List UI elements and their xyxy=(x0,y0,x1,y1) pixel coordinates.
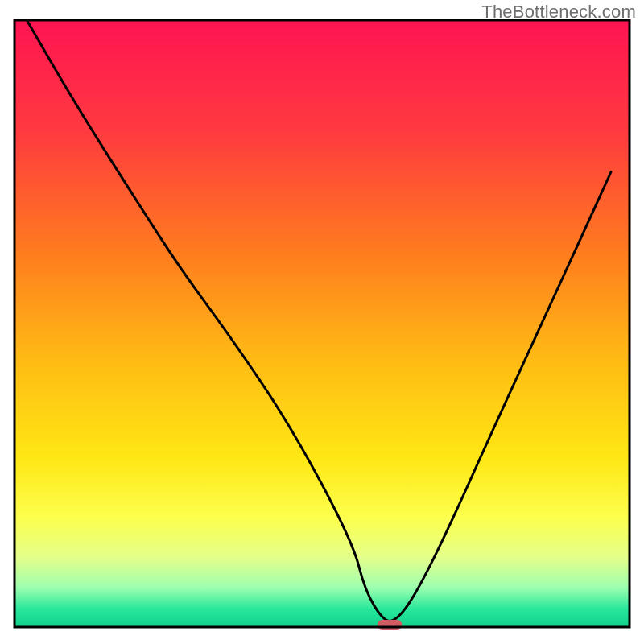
watermark-text: TheBottleneck.com xyxy=(481,2,636,23)
bottleneck-chart: TheBottleneck.com xyxy=(0,0,644,644)
gradient-background xyxy=(14,20,630,627)
chart-svg xyxy=(0,0,644,644)
